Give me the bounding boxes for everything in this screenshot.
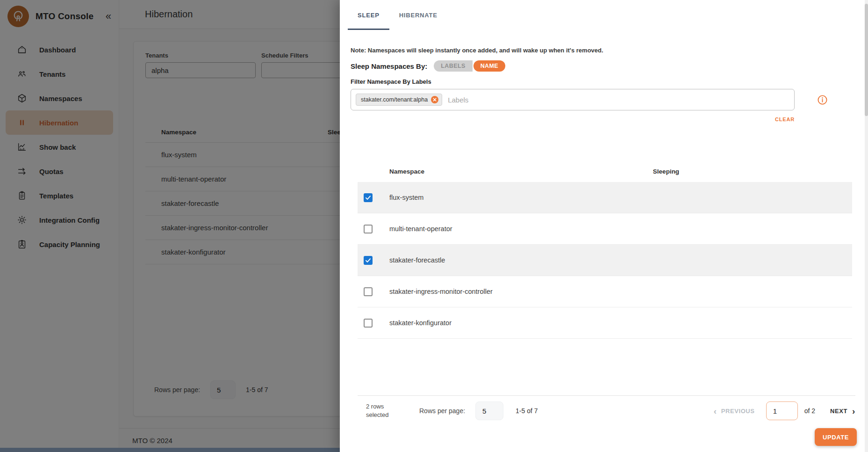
pager: ‹ PREVIOUS of 2 NEXT › bbox=[714, 401, 855, 420]
sleep-namespaces-by-label: Sleep Namespaces By: bbox=[351, 62, 427, 70]
clear-row: CLEAR bbox=[351, 115, 795, 123]
labels-name-toggle: LABELS NAME bbox=[434, 60, 505, 72]
labels-input[interactable] bbox=[442, 96, 789, 104]
info-icon[interactable] bbox=[817, 95, 828, 105]
row-checkbox[interactable] bbox=[364, 193, 373, 202]
namespace-row: stakater-forecastle bbox=[358, 245, 852, 276]
clear-button[interactable]: CLEAR bbox=[775, 117, 795, 122]
drawer-table-rows: flux-system multi-tenant-operator stakat… bbox=[358, 182, 852, 339]
drawer-namespaces-table: Namespace Sleeping flux-system multi-ten… bbox=[358, 160, 852, 339]
tab-sleep[interactable]: SLEEP bbox=[348, 0, 389, 30]
pagination-range: 1-5 of 7 bbox=[516, 407, 538, 415]
row-checkbox[interactable] bbox=[364, 287, 373, 296]
toggle-name-option[interactable]: NAME bbox=[473, 60, 505, 72]
drawer-tabs: SLEEP HIBERNATE bbox=[340, 0, 868, 30]
labels-row: stakater.com/tenant:alpha bbox=[351, 89, 868, 110]
chip-remove-icon[interactable] bbox=[431, 96, 438, 103]
row-checkbox[interactable] bbox=[364, 225, 373, 233]
scrollbar bbox=[865, 0, 868, 452]
drawer-table-header: Namespace Sleeping bbox=[358, 160, 852, 182]
page-of-label: of 2 bbox=[804, 407, 815, 415]
namespace-row: multi-tenant-operator bbox=[358, 213, 852, 245]
row-checkbox[interactable] bbox=[364, 319, 373, 328]
toggle-labels-option[interactable]: LABELS bbox=[434, 60, 472, 72]
page-number-box bbox=[766, 401, 798, 420]
rows-per-page-label: Rows per page: bbox=[419, 407, 465, 415]
drawer-footer: 2 rows selected Rows per page: 5 1-5 of … bbox=[358, 395, 855, 420]
scrollbar-thumb[interactable] bbox=[865, 4, 868, 116]
column-sleeping: Sleeping bbox=[638, 168, 694, 175]
namespace-row: flux-system bbox=[358, 182, 852, 213]
namespace-row: stakater-ingress-monitor-controller bbox=[358, 276, 852, 307]
column-namespace: Namespace bbox=[358, 168, 424, 175]
previous-label: PREVIOUS bbox=[721, 408, 755, 415]
chevron-left-icon: ‹ bbox=[714, 407, 717, 416]
next-button[interactable]: NEXT › bbox=[830, 407, 855, 416]
update-button[interactable]: UPDATE bbox=[815, 428, 857, 446]
sleep-drawer: SLEEP HIBERNATE Note: Namespaces will sl… bbox=[340, 0, 868, 452]
tab-hibernate[interactable]: HIBERNATE bbox=[389, 0, 447, 30]
labels-input-box[interactable]: stakater.com/tenant:alpha bbox=[351, 89, 795, 110]
filter-namespace-by-labels-label: Filter Namespace By Labels bbox=[351, 78, 868, 85]
next-label: NEXT bbox=[830, 408, 847, 415]
note-text: Note: Namespaces will sleep instantly on… bbox=[351, 47, 868, 54]
screen: MTO Console « Dashboard Tenants Namespac… bbox=[0, 0, 868, 452]
drawer-body: Note: Namespaces will sleep instantly on… bbox=[340, 47, 868, 339]
bottom-strip bbox=[0, 448, 340, 452]
tenant-label-chip: stakater.com/tenant:alpha bbox=[356, 94, 442, 106]
previous-button[interactable]: ‹ PREVIOUS bbox=[714, 407, 755, 416]
chevron-right-icon: › bbox=[852, 407, 855, 416]
row-checkbox[interactable] bbox=[364, 256, 373, 265]
chip-text: stakater.com/tenant:alpha bbox=[361, 96, 428, 103]
namespace-row: stakater-konfigurator bbox=[358, 307, 852, 339]
rows-selected-text: 2 rows selected bbox=[366, 402, 399, 419]
page-number-input[interactable] bbox=[767, 407, 797, 415]
sleep-by-row: Sleep Namespaces By: LABELS NAME bbox=[351, 60, 868, 72]
rows-per-page-select[interactable]: 5 bbox=[475, 401, 503, 420]
